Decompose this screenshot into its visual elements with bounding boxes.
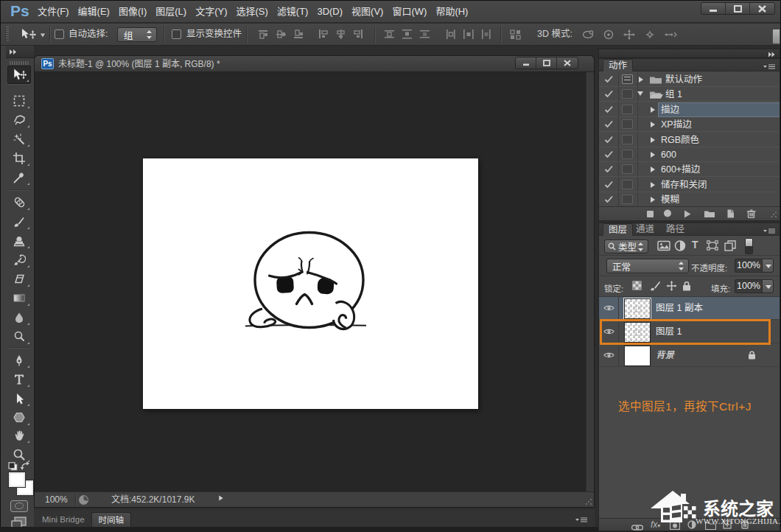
- action-include-checkbox[interactable]: [599, 147, 619, 162]
- tool-hand[interactable]: [7, 426, 31, 444]
- lock-transparent-pixels-icon[interactable]: [632, 281, 642, 293]
- action-include-checkbox[interactable]: [599, 178, 619, 192]
- action-modal-toggle[interactable]: [619, 162, 638, 177]
- new-group-icon[interactable]: [705, 521, 716, 532]
- menu-image[interactable]: 图像(I): [114, 1, 151, 23]
- move-tool-preset-icon[interactable]: [20, 28, 38, 43]
- fill-value[interactable]: 100%: [735, 279, 762, 293]
- blend-mode-dropdown[interactable]: 正常: [606, 259, 689, 273]
- action-include-checkbox[interactable]: [599, 102, 619, 117]
- link-layers-icon[interactable]: [631, 522, 643, 532]
- vertical-scrollbar[interactable]: [586, 72, 594, 492]
- expand-arrow-icon[interactable]: [651, 137, 655, 143]
- align-horizontal-centers-icon[interactable]: [335, 29, 348, 41]
- new-action-set-icon[interactable]: [704, 209, 715, 220]
- filter-type-dropdown[interactable]: 类型: [604, 239, 648, 253]
- show-transform-checkbox[interactable]: [172, 29, 181, 39]
- action-row[interactable]: 默认动作: [599, 72, 780, 87]
- distribute-left-edges-icon[interactable]: [445, 29, 458, 41]
- expand-arrow-icon[interactable]: [651, 122, 655, 127]
- action-include-checkbox[interactable]: [599, 133, 619, 147]
- layer-style-fx-icon[interactable]: fx▾: [651, 519, 660, 530]
- begin-recording-icon[interactable]: [663, 209, 672, 220]
- distribute-bottom-edges-icon[interactable]: [419, 29, 432, 41]
- bottom-panel-menu-icon[interactable]: [575, 515, 587, 526]
- swap-colors-icon[interactable]: [21, 461, 30, 472]
- tool-eraser[interactable]: [7, 270, 31, 288]
- action-modal-toggle[interactable]: [619, 192, 638, 207]
- distribute-top-edges-icon[interactable]: [384, 29, 396, 41]
- add-layer-mask-icon[interactable]: [670, 521, 680, 532]
- opacity-value[interactable]: 100%: [735, 259, 762, 273]
- actions-panel-menu-icon[interactable]: [763, 62, 775, 73]
- panel-column-header[interactable]: [598, 49, 780, 58]
- action-include-checkbox[interactable]: [599, 162, 619, 177]
- menu-type[interactable]: 文字(Y): [191, 1, 231, 23]
- layer-visibility-toggle[interactable]: [599, 297, 619, 320]
- delete-layer-icon[interactable]: [740, 519, 749, 531]
- tool-pen[interactable]: [7, 351, 31, 369]
- new-layer-icon[interactable]: [723, 520, 732, 531]
- new-action-icon[interactable]: [726, 209, 735, 220]
- action-include-checkbox[interactable]: [599, 117, 619, 132]
- tool-brush[interactable]: [7, 212, 31, 231]
- tool-eyedropper[interactable]: [7, 168, 31, 186]
- actions-resize-grip[interactable]: [770, 211, 778, 219]
- 3d-roll-icon[interactable]: [603, 29, 615, 41]
- auto-select-target-dropdown[interactable]: 组: [117, 27, 157, 42]
- play-selection-icon[interactable]: [684, 209, 691, 220]
- tool-clone-stamp[interactable]: [7, 231, 31, 250]
- tool-history-brush[interactable]: [7, 251, 31, 269]
- delete-action-icon[interactable]: [746, 209, 756, 220]
- tool-type[interactable]: [7, 370, 31, 388]
- action-include-checkbox[interactable]: [599, 87, 619, 102]
- layer-thumbnail[interactable]: [625, 299, 650, 318]
- action-row[interactable]: 600+描边: [599, 162, 780, 177]
- doc-maximize-button[interactable]: [536, 57, 557, 69]
- distribute-horizontal-centers-icon[interactable]: [463, 29, 475, 41]
- layer-thumbnail[interactable]: [625, 346, 650, 365]
- maximize-button[interactable]: [726, 3, 750, 14]
- expand-arrow-icon[interactable]: [651, 182, 655, 188]
- tool-lasso[interactable]: [7, 111, 31, 129]
- tool-preset-dropdown-arrow[interactable]: [40, 33, 46, 38]
- action-row[interactable]: 组 1: [599, 87, 780, 102]
- auto-align-layers-icon[interactable]: [510, 29, 522, 41]
- document-title-bar[interactable]: Ps 未标题-1 @ 100% (图层 1 副本, RGB/8) *: [35, 56, 594, 72]
- close-button[interactable]: [750, 3, 774, 14]
- tool-crop[interactable]: [7, 149, 31, 167]
- align-right-edges-icon[interactable]: [353, 29, 365, 41]
- new-adjustment-layer-icon[interactable]: [687, 520, 696, 531]
- distribute-right-edges-icon[interactable]: [480, 29, 493, 41]
- tool-spot-healing-brush[interactable]: [7, 193, 31, 211]
- 3d-drag-icon[interactable]: [623, 29, 636, 41]
- tool-magic-wand[interactable]: [7, 130, 31, 148]
- quick-mask-button[interactable]: [10, 500, 28, 512]
- opacity-dropdown-button[interactable]: [762, 259, 774, 273]
- tab-mini-bridge[interactable]: Mini Bridge: [35, 512, 91, 527]
- action-row[interactable]: RGB颜色: [599, 133, 780, 147]
- action-modal-toggle[interactable]: [619, 87, 638, 102]
- stop-playing-icon[interactable]: [646, 209, 654, 220]
- menu-file[interactable]: 文件(F): [33, 1, 74, 23]
- tool-path-selection[interactable]: [7, 389, 31, 407]
- distribute-vertical-centers-icon[interactable]: [402, 29, 414, 41]
- tab-channels[interactable]: 通道: [631, 223, 659, 236]
- filter-smart-objects-icon[interactable]: [724, 240, 736, 253]
- menu-select[interactable]: 选择(S): [231, 1, 272, 23]
- menu-help[interactable]: 帮助(H): [431, 1, 472, 23]
- minimize-button[interactable]: [701, 3, 726, 14]
- tab-layers[interactable]: 图层: [603, 223, 633, 236]
- lock-position-icon[interactable]: [666, 281, 677, 293]
- filter-shape-layers-icon[interactable]: [707, 240, 718, 253]
- zoom-level-field[interactable]: 100%: [45, 492, 68, 508]
- layers-panel-menu-icon[interactable]: [763, 226, 775, 237]
- menu-edit[interactable]: 编辑(E): [74, 1, 114, 23]
- expand-arrow-icon[interactable]: [651, 152, 655, 158]
- 3d-rotate-icon[interactable]: [582, 29, 595, 41]
- action-modal-toggle[interactable]: [619, 72, 638, 87]
- action-row[interactable]: 储存和关闭: [599, 178, 780, 192]
- default-colors-icon[interactable]: [8, 462, 18, 473]
- expand-arrow-icon[interactable]: [651, 197, 655, 203]
- document-resize-grip[interactable]: [584, 497, 593, 506]
